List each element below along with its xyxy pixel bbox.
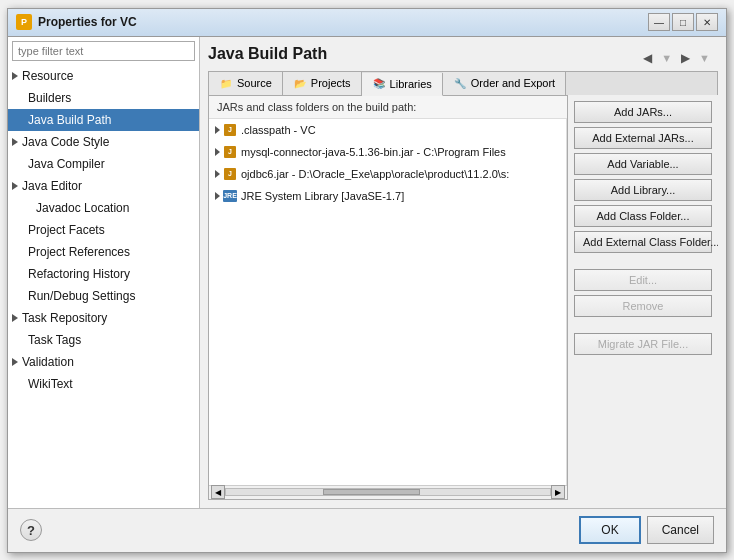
tree-container: Resource Builders Java Build Path Java C… [8, 65, 199, 508]
list-item[interactable]: J .classpath - VC [209, 119, 566, 141]
sidebar-item-java-build-path[interactable]: Java Build Path [8, 109, 199, 131]
jre-icon: JRE [223, 189, 237, 203]
sidebar-item-run-debug-settings[interactable]: Run/Debug Settings [8, 285, 199, 307]
chevron-right-icon [12, 138, 18, 146]
libraries-tab-icon: 📚 [372, 77, 386, 91]
jar-label: mysql-connector-java-5.1.36-bin.jar - C:… [241, 143, 506, 161]
order-export-tab-icon: 🔧 [453, 76, 467, 90]
jar-icon: J [223, 167, 237, 181]
sidebar-item-refactoring-history[interactable]: Refactoring History [8, 263, 199, 285]
sidebar-item-project-facets[interactable]: Project Facets [8, 219, 199, 241]
sidebar-item-java-code-style[interactable]: Java Code Style [8, 131, 199, 153]
chevron-right-icon [215, 148, 220, 156]
bottom-bar: ? OK Cancel [8, 508, 726, 552]
window-icon: P [16, 14, 32, 30]
scrollbar-thumb[interactable] [323, 489, 420, 495]
sidebar-item-javadoc-location[interactable]: Javadoc Location [8, 197, 199, 219]
chevron-right-icon [12, 182, 18, 190]
chevron-right-icon [215, 170, 220, 178]
nav-divider: ▼ [661, 52, 672, 64]
nav-divider2: ▼ [699, 52, 710, 64]
help-button[interactable]: ? [20, 519, 42, 541]
back-button[interactable]: ◀ [636, 48, 659, 68]
chevron-right-icon [215, 126, 220, 134]
ok-button[interactable]: OK [579, 516, 640, 544]
jar-label: ojdbc6.jar - D:\Oracle_Exe\app\oracle\pr… [241, 165, 509, 183]
sidebar-item-java-editor[interactable]: Java Editor [8, 175, 199, 197]
filter-input[interactable] [12, 41, 195, 61]
chevron-right-icon [12, 314, 18, 322]
horizontal-scrollbar[interactable]: ◀ ▶ [209, 485, 567, 499]
add-class-folder-button[interactable]: Add Class Folder... [574, 205, 712, 227]
sidebar: Resource Builders Java Build Path Java C… [8, 37, 200, 508]
title-bar: P Properties for VC — □ ✕ [8, 9, 726, 37]
main-content: Java Build Path ◀ ▼ ▶ ▼ 📁 Source 📂 [200, 37, 726, 508]
sidebar-item-validation[interactable]: Validation [8, 351, 199, 373]
scroll-left-button[interactable]: ◀ [211, 485, 225, 499]
sidebar-item-project-references[interactable]: Project References [8, 241, 199, 263]
forward-button[interactable]: ▶ [674, 48, 697, 68]
panel-header: JARs and class folders on the build path… [209, 96, 567, 119]
add-external-jars-button[interactable]: Add External JARs... [574, 127, 712, 149]
cancel-button[interactable]: Cancel [647, 516, 714, 544]
sidebar-item-resource[interactable]: Resource [8, 65, 199, 87]
remove-button[interactable]: Remove [574, 295, 712, 317]
tabs-bar: 📁 Source 📂 Projects 📚 Libraries 🔧 Order … [208, 71, 718, 95]
chevron-right-icon [215, 192, 220, 200]
scrollbar-track[interactable] [225, 488, 551, 496]
nav-arrows: ◀ ▼ ▶ ▼ [636, 48, 710, 68]
sidebar-item-wikitext[interactable]: WikiText [8, 373, 199, 395]
sidebar-item-java-compiler[interactable]: Java Compiler [8, 153, 199, 175]
list-item[interactable]: J ojdbc6.jar - D:\Oracle_Exe\app\oracle\… [209, 163, 566, 185]
add-variable-button[interactable]: Add Variable... [574, 153, 712, 175]
tab-order-export[interactable]: 🔧 Order and Export [443, 72, 566, 95]
list-item[interactable]: JRE JRE System Library [JavaSE-1.7] [209, 185, 566, 207]
chevron-right-icon [12, 72, 18, 80]
sidebar-item-task-repository[interactable]: Task Repository [8, 307, 199, 329]
page-title: Java Build Path [208, 45, 327, 63]
source-tab-icon: 📁 [219, 76, 233, 90]
edit-button[interactable]: Edit... [574, 269, 712, 291]
tab-source[interactable]: 📁 Source [209, 72, 283, 95]
button-separator [574, 321, 712, 329]
button-separator [574, 257, 712, 265]
tab-libraries[interactable]: 📚 Libraries [362, 73, 443, 96]
properties-window: P Properties for VC — □ ✕ Resource Build… [7, 8, 727, 553]
content-panel: JARs and class folders on the build path… [208, 95, 568, 500]
buttons-panel: Add JARs... Add External JARs... Add Var… [568, 95, 718, 500]
close-button[interactable]: ✕ [696, 13, 718, 31]
jar-tree: J .classpath - VC J mysql-connector-j [209, 119, 567, 485]
scroll-right-button[interactable]: ▶ [551, 485, 565, 499]
jar-icon: J [223, 145, 237, 159]
jar-label: JRE System Library [JavaSE-1.7] [241, 187, 404, 205]
jar-label: .classpath - VC [241, 121, 316, 139]
top-area: Java Build Path ◀ ▼ ▶ ▼ [208, 45, 718, 71]
add-jars-button[interactable]: Add JARs... [574, 101, 712, 123]
tab-projects[interactable]: 📂 Projects [283, 72, 362, 95]
projects-tab-icon: 📂 [293, 76, 307, 90]
migrate-jar-button[interactable]: Migrate JAR File... [574, 333, 712, 355]
sidebar-item-builders[interactable]: Builders [8, 87, 199, 109]
title-bar-buttons: — □ ✕ [648, 13, 718, 31]
maximize-button[interactable]: □ [672, 13, 694, 31]
list-item[interactable]: J mysql-connector-java-5.1.36-bin.jar - … [209, 141, 566, 163]
chevron-right-icon [12, 358, 18, 366]
minimize-button[interactable]: — [648, 13, 670, 31]
window-title: Properties for VC [38, 15, 648, 29]
panel-body: J .classpath - VC J mysql-connector-j [209, 119, 567, 485]
sidebar-item-task-tags[interactable]: Task Tags [8, 329, 199, 351]
content-area: Resource Builders Java Build Path Java C… [8, 37, 726, 508]
add-external-class-folder-button[interactable]: Add External Class Folder... [574, 231, 712, 253]
bottom-buttons: OK Cancel [579, 516, 714, 544]
add-library-button[interactable]: Add Library... [574, 179, 712, 201]
jar-icon: J [223, 123, 237, 137]
